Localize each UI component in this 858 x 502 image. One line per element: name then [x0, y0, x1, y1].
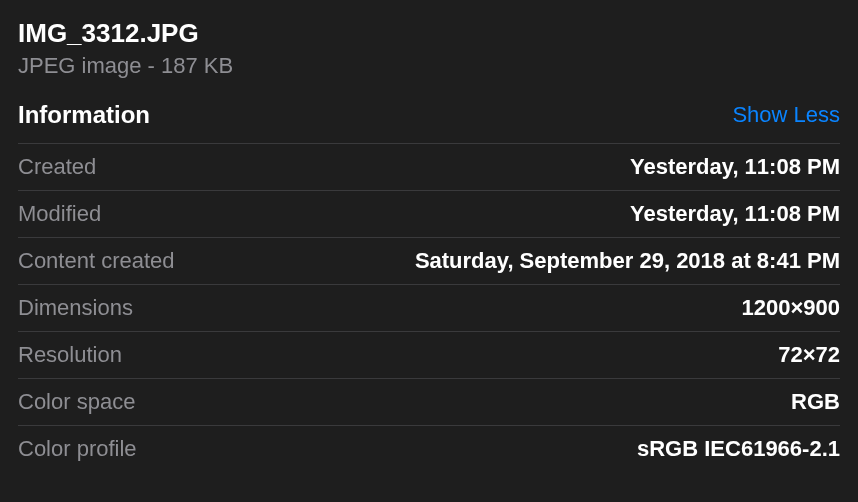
- info-label: Color profile: [18, 436, 137, 462]
- info-value: Yesterday, 11:08 PM: [630, 154, 840, 180]
- info-row-content-created: Content created Saturday, September 29, …: [18, 237, 840, 284]
- info-row-modified: Modified Yesterday, 11:08 PM: [18, 190, 840, 237]
- info-row-created: Created Yesterday, 11:08 PM: [18, 143, 840, 190]
- info-row-dimensions: Dimensions 1200×900: [18, 284, 840, 331]
- info-label: Modified: [18, 201, 101, 227]
- file-meta: JPEG image - 187 KB: [18, 53, 840, 79]
- info-value: sRGB IEC61966-2.1: [637, 436, 840, 462]
- file-info-panel: IMG_3312.JPG JPEG image - 187 KB Informa…: [0, 0, 858, 472]
- info-value: RGB: [791, 389, 840, 415]
- show-less-button[interactable]: Show Less: [732, 102, 840, 128]
- file-header: IMG_3312.JPG JPEG image - 187 KB: [0, 0, 858, 93]
- info-label: Color space: [18, 389, 135, 415]
- section-title: Information: [18, 101, 150, 129]
- info-label: Content created: [18, 248, 175, 274]
- file-name: IMG_3312.JPG: [18, 18, 840, 49]
- info-row-color-profile: Color profile sRGB IEC61966-2.1: [18, 425, 840, 472]
- info-value: 72×72: [778, 342, 840, 368]
- information-section-header: Information Show Less: [0, 93, 858, 143]
- info-value: 1200×900: [742, 295, 841, 321]
- info-value: Saturday, September 29, 2018 at 8:41 PM: [415, 248, 840, 274]
- info-label: Resolution: [18, 342, 122, 368]
- info-row-resolution: Resolution 72×72: [18, 331, 840, 378]
- info-label: Dimensions: [18, 295, 133, 321]
- info-label: Created: [18, 154, 96, 180]
- info-list: Created Yesterday, 11:08 PM Modified Yes…: [0, 143, 858, 472]
- info-value: Yesterday, 11:08 PM: [630, 201, 840, 227]
- info-row-color-space: Color space RGB: [18, 378, 840, 425]
